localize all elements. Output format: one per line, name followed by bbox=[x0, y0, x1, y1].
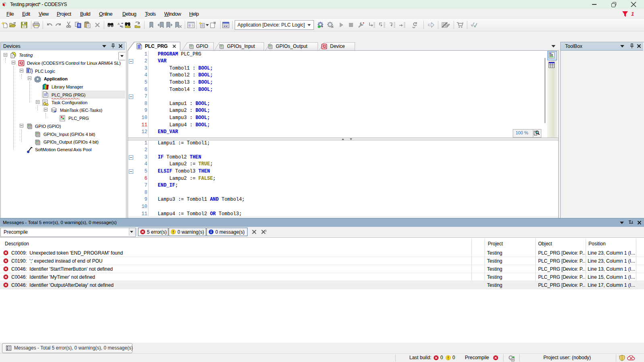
svg-text:B: B bbox=[121, 25, 123, 28]
svg-text:A: A bbox=[118, 22, 120, 26]
